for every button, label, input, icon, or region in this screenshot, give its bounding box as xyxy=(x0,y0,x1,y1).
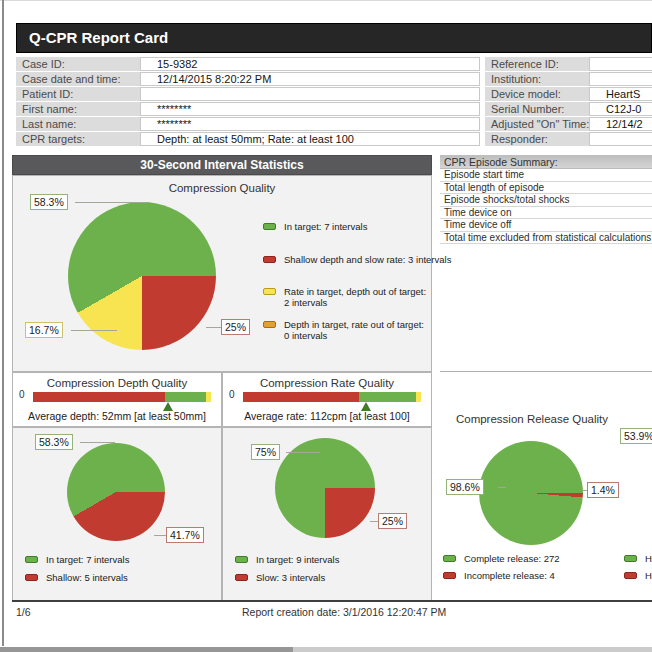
callout-leader-line xyxy=(71,330,117,331)
case-info-label: Case ID: xyxy=(16,57,140,71)
window-left-edge xyxy=(2,0,4,646)
compression-release-title: Compression Release Quality xyxy=(440,413,624,425)
device-info-value xyxy=(589,57,652,71)
legend-label: Depth in target, rate out of target: 0 i… xyxy=(284,320,431,341)
window-bottom-edge xyxy=(0,647,293,652)
compression-depth-title: Compression Depth Quality xyxy=(13,377,221,389)
gauge-bar-segments xyxy=(243,392,421,402)
legend-item: In target: 7 intervals xyxy=(263,222,431,233)
pie-callout-clipped: 53.9% xyxy=(620,428,652,444)
episode-summary-row: Total time excluded from statistical cal… xyxy=(440,232,652,245)
compression-rate-title: Compression Rate Quality xyxy=(223,377,431,389)
report-page: Q-CPR Report Card Case ID: 15-9382 Case … xyxy=(0,0,652,652)
legend-item: Slow: 3 intervals xyxy=(235,573,339,584)
legend-label: Shallow: 5 intervals xyxy=(46,573,128,584)
case-info-value: 15-9382 xyxy=(140,57,480,71)
legend-item: Complete release: 272 xyxy=(443,554,560,565)
compression-rate-pie xyxy=(275,438,375,538)
legend-swatch-red-icon xyxy=(443,572,456,579)
gauge-zero-label: 0 xyxy=(229,389,235,400)
case-info-value: Depth: at least 50mm; Rate: at least 100 xyxy=(140,132,480,146)
device-info-label: Reference ID: xyxy=(485,57,589,71)
legend-swatch-green-icon xyxy=(263,223,276,230)
legend-label: Incomplete release: 4 xyxy=(464,571,555,582)
callout-leader-line xyxy=(498,487,506,488)
episode-summary-table: CPR Episode Summary: Episode start time … xyxy=(440,155,652,244)
hands-off-legend-clipped: Hand Hand xyxy=(624,554,652,581)
pie-callout: 1.4% xyxy=(587,482,619,498)
legend-swatch-red-icon xyxy=(263,256,276,263)
legend-swatch-green-icon xyxy=(624,555,637,562)
legend-swatch-red-icon xyxy=(624,572,637,579)
legend-label: Hand xyxy=(645,554,652,565)
gauge-bar-segments xyxy=(33,392,211,402)
pie-callout: 98.6% xyxy=(446,479,484,495)
compression-quality-pie xyxy=(68,202,216,350)
episode-summary-row: Episode start time xyxy=(440,169,652,182)
legend-swatch-yellow-icon xyxy=(263,288,276,295)
device-info-label: Adjusted "On" Time: xyxy=(485,117,589,131)
device-info-value xyxy=(589,72,652,86)
device-info-value xyxy=(589,132,652,146)
legend-item: Shallow: 5 intervals xyxy=(25,573,129,584)
legend-label: Complete release: 272 xyxy=(464,554,560,565)
legend-swatch-green-icon xyxy=(25,556,38,563)
legend-item: Incomplete release: 4 xyxy=(443,571,560,582)
episode-summary-row: Episode shocks/total shocks xyxy=(440,194,652,207)
report-title-bar: Q-CPR Report Card xyxy=(16,23,652,53)
legend-label: Rate in target, depth out of target: 2 i… xyxy=(284,287,431,308)
page-number: 1/6 xyxy=(16,606,31,618)
callout-leader-line xyxy=(80,442,115,443)
case-info-value xyxy=(140,87,480,101)
device-info-label: Responder: xyxy=(485,132,589,146)
compression-release-pie xyxy=(479,441,583,545)
episode-summary-row: Total length of episode xyxy=(440,182,652,195)
footer-divider xyxy=(12,600,652,602)
device-info-value: 12/14/2 xyxy=(589,117,652,131)
pie-callout: 58.3% xyxy=(35,434,73,450)
pie-callout: 58.3% xyxy=(30,194,68,210)
legend-item: Shallow depth and slow rate: 3 intervals xyxy=(263,255,431,266)
pie-callout: 25% xyxy=(221,319,250,335)
case-info-value: ******** xyxy=(140,117,480,131)
compression-depth-pie xyxy=(67,443,165,541)
case-info-label: Case date and time: xyxy=(16,72,140,86)
report-creation-date: Report creation date: 3/1/2016 12:20:47 … xyxy=(242,606,446,618)
case-info-label: CPR targets: xyxy=(16,132,140,146)
pie-callout: 25% xyxy=(378,513,407,529)
device-info-label: Device model: xyxy=(485,87,589,101)
case-info-value: 12/14/2015 8:20:22 PM xyxy=(140,72,480,86)
device-info-value: HeartS xyxy=(589,87,652,101)
gauge-zero-label: 0 xyxy=(19,389,25,400)
legend-label: Slow: 3 intervals xyxy=(256,573,325,584)
episode-summary-row: Time device off xyxy=(440,219,652,232)
device-info-table: Reference ID: Institution: Device model:… xyxy=(485,57,652,146)
episode-summary-row: Time device on xyxy=(440,207,652,220)
device-info-label: Institution: xyxy=(485,72,589,86)
callout-leader-line xyxy=(370,521,378,522)
compression-quality-chart: Compression Quality 58.3% 16.7% 25% In t… xyxy=(12,175,432,372)
window-bottom-edge xyxy=(293,647,652,652)
legend-item: Hand xyxy=(624,571,652,582)
window-top-edge xyxy=(0,0,652,1)
legend-item: Depth in target, rate out of target: 0 i… xyxy=(263,320,431,341)
pie-callout: 16.7% xyxy=(25,322,63,338)
compression-depth-legend: In target: 7 intervals Shallow: 5 interv… xyxy=(25,555,129,583)
depth-caption: Average depth: 52mm [at least 50mm] xyxy=(13,410,221,422)
legend-swatch-orange-icon xyxy=(263,321,276,328)
report-title: Q-CPR Report Card xyxy=(29,29,168,46)
callout-leader-line xyxy=(206,327,221,328)
compression-quality-legend: In target: 7 intervals Shallow depth and… xyxy=(263,222,431,341)
legend-swatch-red-icon xyxy=(25,574,38,581)
compression-rate-pie-chart: 75% 25% In target: 9 intervals Slow: 3 i… xyxy=(222,427,432,602)
legend-label: In target: 7 intervals xyxy=(46,555,129,566)
episode-summary-header: CPR Episode Summary: xyxy=(440,155,652,169)
legend-label: Hand xyxy=(645,571,652,582)
legend-item: Rate in target, depth out of target: 2 i… xyxy=(263,287,431,308)
interval-statistics-header: 30-Second Interval Statistics xyxy=(12,155,432,175)
compression-rate-legend: In target: 9 intervals Slow: 3 intervals xyxy=(235,555,339,583)
case-info-label: First name: xyxy=(16,102,140,116)
device-info-label: Serial Number: xyxy=(485,102,589,116)
legend-swatch-green-icon xyxy=(235,556,248,563)
section-divider xyxy=(440,371,652,372)
